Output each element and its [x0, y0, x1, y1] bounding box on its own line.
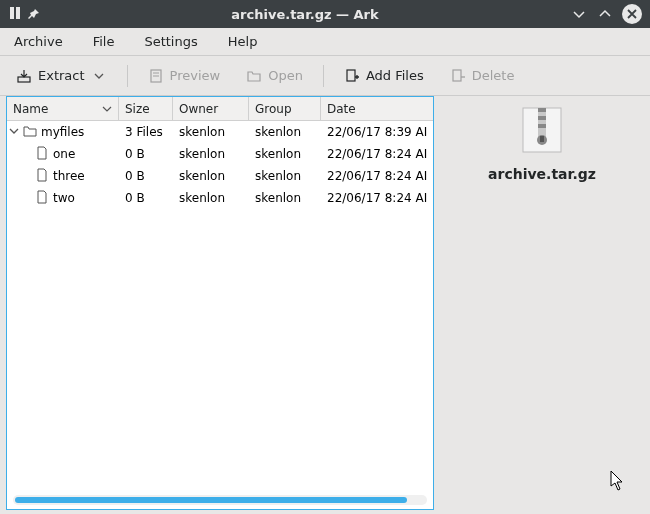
extract-icon [16, 68, 32, 84]
minimize-button[interactable] [570, 5, 588, 23]
pin-icon[interactable] [28, 5, 40, 24]
row-owner: skenlon [173, 189, 249, 207]
row-group: skenlon [249, 123, 321, 141]
menu-file[interactable]: File [87, 30, 121, 53]
expander-icon[interactable] [9, 126, 19, 138]
row-date: 22/06/17 8:24 AI [321, 167, 433, 185]
delete-icon [450, 68, 466, 84]
table-row[interactable]: one0 Bskenlonskenlon22/06/17 8:24 AI [7, 143, 433, 165]
row-name: myfiles [41, 125, 84, 139]
toolbar-separator [127, 65, 128, 87]
preview-button: Preview [142, 64, 227, 88]
file-icon [35, 168, 49, 185]
column-group-label: Group [255, 102, 292, 116]
preview-filename: archive.tar.gz [488, 166, 596, 182]
extract-button[interactable]: Extract [10, 64, 113, 88]
row-owner: skenlon [173, 123, 249, 141]
add-files-label: Add Files [366, 68, 424, 83]
table-row[interactable]: three0 Bskenlonskenlon22/06/17 8:24 AI [7, 165, 433, 187]
add-files-icon [344, 68, 360, 84]
horizontal-scrollbar[interactable] [13, 495, 427, 505]
chevron-down-icon [102, 104, 112, 114]
row-date: 22/06/17 8:39 AI [321, 123, 433, 141]
column-header-group[interactable]: Group [249, 97, 321, 120]
row-owner: skenlon [173, 145, 249, 163]
preview-icon [148, 68, 164, 84]
svg-rect-12 [538, 124, 546, 128]
open-button: Open [240, 64, 309, 88]
row-name: three [53, 169, 85, 183]
table-header: Name Size Owner Group Date [7, 97, 433, 121]
column-name-label: Name [13, 102, 48, 116]
window-bottom-border [0, 510, 650, 514]
row-date: 22/06/17 8:24 AI [321, 189, 433, 207]
column-owner-label: Owner [179, 102, 218, 116]
svg-rect-7 [453, 70, 461, 81]
archive-icon [518, 106, 566, 154]
scrollbar-thumb[interactable] [15, 497, 407, 503]
row-date: 22/06/17 8:24 AI [321, 145, 433, 163]
column-header-name[interactable]: Name [7, 97, 119, 120]
column-header-owner[interactable]: Owner [173, 97, 249, 120]
svg-rect-11 [538, 116, 546, 120]
row-group: skenlon [249, 189, 321, 207]
svg-rect-0 [10, 7, 14, 19]
row-size: 0 B [119, 189, 173, 207]
window-title: archive.tar.gz — Ark [40, 7, 570, 22]
preview-pane: archive.tar.gz [434, 96, 650, 510]
menu-settings[interactable]: Settings [138, 30, 203, 53]
extract-label: Extract [38, 68, 85, 83]
chevron-down-icon[interactable] [91, 68, 107, 84]
add-files-button[interactable]: Add Files [338, 64, 430, 88]
menubar: Archive File Settings Help [0, 28, 650, 56]
column-date-label: Date [327, 102, 356, 116]
row-group: skenlon [249, 145, 321, 163]
delete-button: Delete [444, 64, 521, 88]
column-header-date[interactable]: Date [321, 97, 433, 120]
table-row[interactable]: two0 Bskenlonskenlon22/06/17 8:24 AI [7, 187, 433, 209]
row-group: skenlon [249, 167, 321, 185]
open-folder-icon [246, 68, 262, 84]
column-header-size[interactable]: Size [119, 97, 173, 120]
maximize-button[interactable] [596, 5, 614, 23]
app-icon [8, 5, 22, 24]
titlebar: archive.tar.gz — Ark [0, 0, 650, 28]
table-row[interactable]: myfiles3 Filesskenlonskenlon22/06/17 8:3… [7, 121, 433, 143]
preview-label: Preview [170, 68, 221, 83]
row-size: 0 B [119, 145, 173, 163]
column-size-label: Size [125, 102, 150, 116]
folder-icon [23, 124, 37, 141]
table-body[interactable]: myfiles3 Filesskenlonskenlon22/06/17 8:3… [7, 121, 433, 493]
row-size: 3 Files [119, 123, 173, 141]
menu-help[interactable]: Help [222, 30, 264, 53]
row-name: two [53, 191, 75, 205]
toolbar: Extract Preview Open Add Files Delete [0, 56, 650, 96]
row-owner: skenlon [173, 167, 249, 185]
svg-rect-14 [540, 136, 544, 142]
menu-archive[interactable]: Archive [8, 30, 69, 53]
file-icon [35, 190, 49, 207]
svg-rect-9 [538, 108, 546, 138]
file-list-pane: Name Size Owner Group Date myfiles3 File… [6, 96, 434, 510]
close-button[interactable] [622, 4, 642, 24]
delete-label: Delete [472, 68, 515, 83]
row-size: 0 B [119, 167, 173, 185]
open-label: Open [268, 68, 303, 83]
content-area: Name Size Owner Group Date myfiles3 File… [0, 96, 650, 510]
file-icon [35, 146, 49, 163]
toolbar-separator [323, 65, 324, 87]
svg-rect-6 [347, 70, 355, 81]
svg-rect-10 [538, 108, 546, 112]
svg-rect-1 [16, 7, 20, 19]
row-name: one [53, 147, 75, 161]
